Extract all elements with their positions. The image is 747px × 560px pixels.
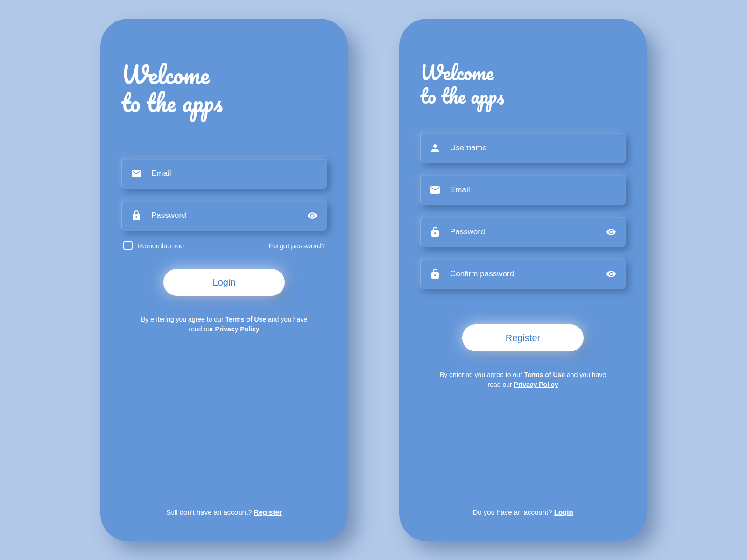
checkbox-icon [123,241,133,250]
register-footer: Do you have an account? Login [420,508,626,523]
login-title-line2: to the apps [121,83,223,122]
person-icon [430,142,441,154]
privacy-policy-link[interactable]: Privacy Policy [215,325,260,333]
register-screen: Welcome to the apps Username Email Passw… [399,19,647,541]
remember-me-label: Remember-me [137,242,184,250]
login-footer: Still don't have an account? Register [121,508,327,523]
login-screen: Welcome to the apps Email Password Remem… [100,19,348,541]
password-placeholder: Password [151,211,307,220]
register-email-field[interactable]: Email [420,175,626,205]
login-link[interactable]: Login [554,508,573,516]
terms-of-use-link[interactable]: Terms of Use [524,371,565,378]
email-field[interactable]: Email [121,159,327,189]
register-link[interactable]: Register [254,508,282,516]
register-title: Welcome to the apps [420,61,626,107]
email-placeholder: Email [151,169,317,178]
register-button[interactable]: Register [462,324,584,351]
forgot-password-link[interactable]: Forgot password? [269,242,325,250]
lock-icon [430,268,441,280]
register-password-field[interactable]: Password [420,217,626,247]
confirm-password-placeholder: Confirm password [450,269,606,279]
login-legal-text: By entering you agree to our Terms of Us… [121,315,327,334]
register-password-placeholder: Password [450,227,606,237]
lock-icon [430,226,441,238]
register-title-line2: to the apps [420,79,504,112]
email-icon [430,184,441,196]
eye-icon[interactable] [606,269,616,279]
login-options-row: Remember-me Forgot password? [121,241,327,250]
privacy-policy-link[interactable]: Privacy Policy [514,381,558,388]
confirm-password-field[interactable]: Confirm password [420,259,626,289]
eye-icon[interactable] [606,227,616,237]
password-field[interactable]: Password [121,201,327,231]
username-placeholder: Username [450,143,616,153]
lock-icon [131,210,142,221]
terms-of-use-link[interactable]: Terms of Use [225,315,266,323]
register-email-placeholder: Email [450,185,616,195]
login-title: Welcome to the apps [121,61,327,117]
remember-me-checkbox[interactable]: Remember-me [123,241,184,250]
login-button[interactable]: Login [163,269,285,296]
register-legal-text: By entering you agree to our Terms of Us… [420,370,626,390]
username-field[interactable]: Username [420,133,626,163]
email-icon [131,168,142,179]
eye-icon[interactable] [307,210,317,221]
